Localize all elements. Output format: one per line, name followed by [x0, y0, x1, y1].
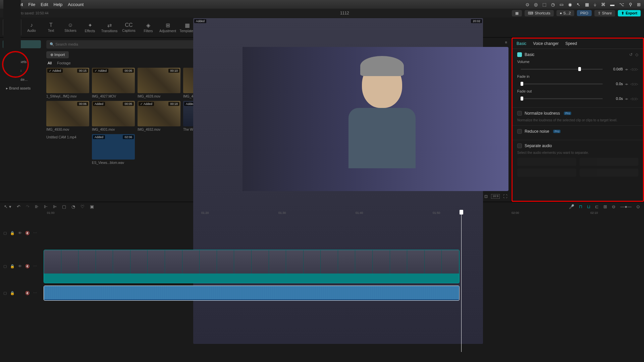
ratio-button[interactable]: 16:9 [491, 194, 500, 199]
media-clip[interactable]: Added20:02Untitled CAM 1.mp4 [46, 134, 89, 165]
split-left[interactable]: ⊩ [44, 204, 48, 209]
wifi-icon[interactable]: ⏚ [594, 2, 596, 7]
player-menu-icon[interactable]: ≡ [505, 40, 507, 44]
media-clip[interactable]: ✓ Added00:05IMG_4927.MOV [92, 68, 135, 98]
normalize-checkbox[interactable] [517, 111, 522, 116]
noise-checkbox[interactable] [517, 129, 522, 134]
fadein-keyframe[interactable]: ◁◇▷ [630, 82, 638, 86]
pro-badge[interactable]: PRO [577, 10, 592, 16]
delete-button[interactable]: ▢ [62, 204, 66, 209]
tool-captions[interactable]: CCCaptions [119, 19, 138, 36]
media-clip[interactable]: Added00:05IMG_4931.mov [92, 101, 135, 131]
snap-icon[interactable]: ⊏ [595, 204, 599, 209]
status-icon[interactable]: ◉ [568, 2, 572, 7]
fullscreen-icon[interactable]: ⛶ [503, 194, 507, 199]
tab-footage[interactable]: Footage [57, 61, 70, 65]
status-icon[interactable]: ▦ [585, 2, 589, 7]
tab-voice-changer[interactable]: Voice changer [533, 41, 558, 46]
media-clip[interactable]: 00:06IMG_4930.mov [46, 101, 89, 131]
tab-basic[interactable]: Basic [517, 41, 526, 46]
shortcuts-button[interactable]: ⌨ Shortcuts [525, 10, 553, 16]
sidebar-item[interactable]: ▸ Brand assets [3, 84, 41, 93]
track-audio[interactable]: ▢🔒👁🔇⋯ [0, 285, 644, 301]
fadein-slider[interactable] [521, 83, 603, 84]
audio-clip[interactable] [44, 286, 460, 301]
user-badge[interactable]: ● S...2 [556, 10, 574, 16]
tool-adjustment[interactable]: ⊞Adjustment [158, 19, 177, 36]
menu-edit[interactable]: Edit [41, 2, 48, 7]
tool-icon[interactable]: ◔ [71, 204, 75, 209]
track-video[interactable]: ▢🔒👁🔇⋯ [0, 249, 644, 284]
track-mute-icon[interactable]: 🔇 [25, 291, 30, 295]
volume-slider[interactable] [521, 69, 603, 70]
track-eye-icon[interactable]: 👁 [18, 264, 22, 268]
fadeout-stepper[interactable]: ◂▸ [625, 97, 628, 101]
menu-help[interactable]: Help [54, 2, 63, 7]
volume-keyframe[interactable]: ◁◇▷ [630, 67, 638, 71]
split-button[interactable]: ⊪ [35, 204, 39, 209]
share-button[interactable]: ⇪ Share [594, 10, 615, 16]
tool-stickers[interactable]: ☺Stickers [61, 19, 80, 36]
status-icon[interactable]: ◷ [551, 2, 555, 7]
volume-value[interactable]: 0.0dB [606, 67, 623, 71]
video-preview[interactable] [243, 47, 508, 191]
mic-icon[interactable]: 🎤 [569, 204, 574, 209]
track-more-icon[interactable]: ⋯ [33, 291, 37, 295]
menu-account[interactable]: Account [68, 2, 84, 7]
separate-checkbox[interactable] [517, 143, 522, 148]
export-button[interactable]: ⬆ Export [618, 10, 641, 16]
menu-file[interactable]: File [28, 2, 35, 7]
tool-audio[interactable]: ♪Audio [22, 19, 41, 36]
video-clip[interactable] [44, 250, 460, 283]
status-icon[interactable]: ▭ [559, 2, 564, 7]
link-icon[interactable]: ⊔ [587, 204, 590, 209]
status-icon[interactable]: ↖ [577, 2, 580, 7]
keyframe-icon[interactable]: ◇ [635, 52, 638, 57]
tab-speed[interactable]: Speed [565, 41, 577, 46]
bluetooth-icon[interactable]: ⌘ [601, 2, 605, 7]
track-more-icon[interactable]: ⋯ [33, 264, 37, 268]
track-mute-icon[interactable]: 🔇 [25, 264, 30, 268]
track-lock-icon[interactable]: 🔒 [10, 264, 15, 268]
status-icon[interactable]: ◎ [534, 2, 538, 7]
fadein-value[interactable]: 0.0s [606, 82, 623, 86]
tool-text[interactable]: TText [42, 19, 60, 36]
fadeout-value[interactable]: 0.0s [606, 97, 623, 101]
tool-icon[interactable]: ♡ [80, 204, 85, 209]
search-icon[interactable]: ⚲ [629, 2, 632, 7]
control-icon[interactable]: ⊞ [637, 2, 641, 7]
track-lock-icon[interactable]: ▢ [3, 291, 7, 295]
status-icon[interactable]: ⊙ [526, 2, 529, 7]
media-clip[interactable]: ✓ Added00:18IMG_4932.mov [138, 101, 180, 131]
tool-filters[interactable]: ◈Filters [139, 19, 158, 36]
fadein-stepper[interactable]: ◂▸ [625, 82, 628, 86]
media-clip[interactable]: Added02:06ES_Views...blom.wav [92, 134, 135, 165]
scope-icon[interactable]: ⊡ [484, 194, 488, 199]
tool-icon[interactable]: ⊞ [603, 204, 607, 209]
track-lock-icon[interactable]: ▢ [3, 231, 7, 235]
layout-button[interactable]: ▦ [512, 10, 522, 16]
undo-button[interactable]: ↶ [17, 204, 20, 209]
tab-all[interactable]: All [48, 61, 52, 65]
zoom-slider[interactable]: —●— [620, 204, 632, 209]
track-lock-icon[interactable]: ▢ [3, 264, 7, 268]
media-clip[interactable]: ✓ Added00:151_SWwyl...fMQ.mov [46, 68, 89, 98]
track-mute-icon[interactable]: 🔇 [25, 231, 30, 235]
status-icon[interactable]: ⬚ [542, 2, 546, 7]
switch-icon[interactable]: ⌥ [619, 2, 624, 7]
battery-icon[interactable]: ▬ [610, 2, 614, 7]
volume-stepper[interactable]: ◂▸ [625, 67, 628, 71]
track-eye-icon[interactable]: 👁 [18, 231, 22, 235]
tool-effects[interactable]: ✦Effects [80, 19, 99, 36]
time-ruler[interactable]: 01:0001:2001:3001:4001:5002:0002:10 [0, 211, 644, 218]
track-lock-icon[interactable]: 🔒 [10, 291, 15, 295]
track-lock-icon[interactable]: 🔒 [10, 231, 15, 235]
magnet-icon[interactable]: ⊓ [579, 204, 582, 209]
fadeout-keyframe[interactable]: ◁◇▷ [630, 97, 638, 101]
tool-transitions[interactable]: ⇄Transitions [100, 19, 119, 36]
media-clip[interactable]: 00:10IMG_4928.mov [138, 68, 180, 98]
select-tool[interactable]: ↖ ▾ [4, 204, 11, 209]
playhead[interactable] [461, 211, 462, 352]
zoom-out-icon[interactable]: ⊖ [612, 204, 615, 209]
split-right[interactable]: ⊫ [53, 204, 57, 209]
